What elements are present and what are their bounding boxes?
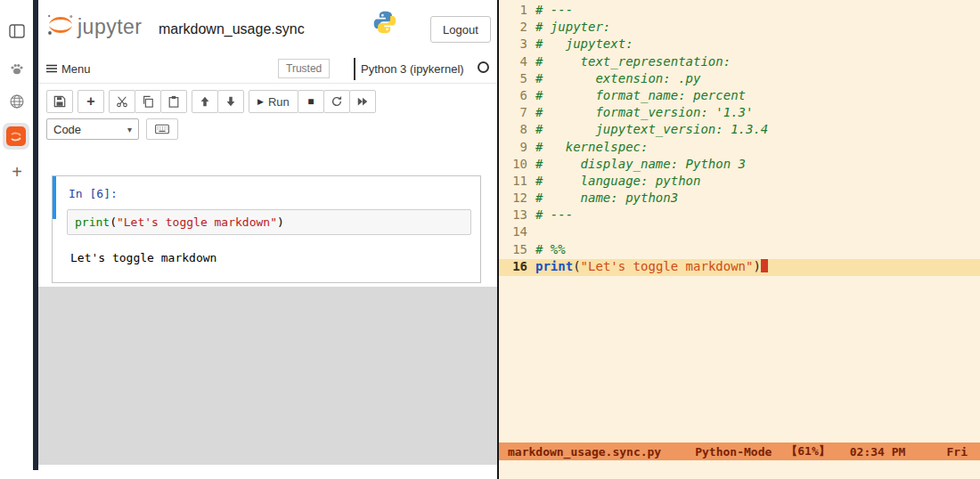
restart-icon: [331, 95, 343, 108]
editor-line[interactable]: 10# display_name: Python 3: [499, 157, 980, 174]
kernel-separator: [354, 58, 355, 80]
screen: 88 + jupyter markdown_usage.sy: [0, 0, 980, 479]
code-paren-open: (: [110, 215, 117, 229]
plus-icon: +: [86, 93, 94, 110]
paste-cell-button[interactable]: [160, 90, 187, 113]
code-string: "Let's toggle markdown": [117, 215, 277, 229]
modeline-day: Fri: [947, 445, 968, 459]
play-icon: ▶: [257, 97, 264, 106]
jupyter-logo-icon: [45, 12, 76, 41]
globe-icon[interactable]: [7, 92, 27, 111]
code-cell[interactable]: In [6]: print("Let's toggle markdown") L…: [52, 175, 481, 283]
keyboard-icon: [155, 124, 169, 134]
line-text: # kernelspec:: [535, 140, 648, 157]
sidebar-toggle-icon[interactable]: [7, 21, 27, 41]
editor-current-line[interactable]: 16print("Let's toggle markdown"): [499, 259, 980, 276]
active-tab-jupyter-icon[interactable]: [3, 123, 29, 150]
cell-type-select[interactable]: Code ▾: [46, 118, 139, 140]
modeline-filename: markdown_usage.sync.py: [508, 445, 661, 459]
line-number: 15: [499, 242, 527, 259]
editor-buffer[interactable]: 1# --- 2# jupyter: 3# jupytext: 4# text_…: [499, 3, 980, 276]
line-text: # text_representation:: [535, 54, 731, 71]
code-paren-open: (: [573, 259, 580, 276]
jupyter-logo-text: jupyter: [78, 15, 143, 39]
logout-button[interactable]: Logout: [430, 16, 491, 43]
editor-line[interactable]: 1# ---: [499, 3, 980, 20]
editor-line[interactable]: 8# jupytext_version: 1.3.4: [499, 122, 980, 139]
cell-input[interactable]: print("Let's toggle markdown"): [67, 209, 471, 235]
jupyter-pane: jupyter markdown_usage.sync Logout Menu …: [38, 0, 497, 479]
line-number: 4: [499, 54, 527, 71]
notebook-title[interactable]: markdown_usage.sync: [159, 21, 305, 37]
editor-line[interactable]: 14: [499, 224, 980, 241]
line-text: # %%: [535, 242, 566, 259]
cell-prompt: In [6]:: [69, 187, 471, 200]
editor-line[interactable]: 2# jupyter:: [499, 20, 980, 37]
move-cell-up-button[interactable]: [192, 90, 218, 113]
interrupt-kernel-button[interactable]: ■: [298, 90, 324, 113]
line-number: 11: [499, 174, 527, 191]
line-number: 7: [499, 105, 527, 122]
editor-line[interactable]: 12# name: python3: [499, 191, 980, 207]
clipboard-icon: [167, 95, 180, 108]
trusted-badge[interactable]: Trusted: [278, 59, 330, 78]
floppy-icon: [53, 95, 66, 108]
editor-line[interactable]: 13# ---: [499, 207, 980, 224]
editor-line[interactable]: 5# extension: .py: [499, 71, 980, 88]
restart-run-all-button[interactable]: [349, 90, 376, 113]
move-cell-down-button[interactable]: [217, 90, 244, 113]
code-paren-close: ): [753, 259, 760, 276]
menu-row: Menu Trusted Python 3 (ipykernel): [38, 55, 497, 84]
menu-label: Menu: [61, 62, 91, 76]
editor-line[interactable]: 7# format_version: '1.3': [499, 105, 980, 122]
notebook-toolbar: +: [46, 90, 376, 113]
run-button[interactable]: ▶ Run: [249, 90, 298, 113]
code-string: "Let's toggle markdown": [581, 259, 754, 276]
line-text: # name: python3: [535, 191, 678, 207]
save-button[interactable]: [46, 90, 73, 113]
line-number: 8: [499, 122, 527, 139]
modeline-mode: Python-Mode: [695, 445, 772, 459]
line-text: # display_name: Python 3: [535, 157, 746, 174]
kernel-status-icon: [478, 61, 489, 73]
line-number: 12: [499, 191, 527, 207]
toolbar-row-2: Code ▾: [46, 118, 178, 140]
line-number: 1: [499, 3, 527, 20]
line-number: 2: [499, 20, 527, 37]
editor-line[interactable]: 6# format_name: percent: [499, 88, 980, 105]
line-text: # jupyter:: [535, 20, 610, 37]
line-text: # ---: [535, 207, 573, 224]
cell-type-value: Code: [53, 123, 81, 136]
new-tab-button[interactable]: +: [7, 162, 27, 182]
menu-button[interactable]: Menu: [46, 62, 91, 76]
cell-output: Let's toggle markdown: [70, 251, 471, 264]
command-palette-button[interactable]: [146, 118, 178, 140]
editor-line[interactable]: 15# %%: [499, 242, 980, 259]
add-cell-button[interactable]: +: [78, 90, 104, 113]
code-keyword: print: [75, 215, 110, 229]
line-number: 9: [499, 140, 527, 157]
editor-line[interactable]: 9# kernelspec:: [499, 140, 980, 157]
emacs-modeline: markdown_usage.sync.py Python-Mode 【61%】…: [499, 442, 980, 460]
cut-cell-button[interactable]: [109, 90, 135, 113]
text-cursor: [761, 259, 768, 272]
stop-icon: ■: [307, 95, 314, 108]
run-label: Run: [268, 95, 290, 109]
restart-kernel-button[interactable]: [323, 90, 350, 113]
scissors-icon: [116, 95, 128, 108]
line-text: # format_name: percent: [535, 88, 746, 105]
copy-cell-button[interactable]: [135, 90, 161, 113]
editor-line[interactable]: 3# jupytext:: [499, 37, 980, 53]
fast-forward-icon: [356, 95, 369, 108]
paw-extension-icon[interactable]: [7, 59, 27, 78]
editor-line[interactable]: 4# text_representation:: [499, 54, 980, 71]
line-number: 3: [499, 37, 527, 53]
arrow-up-icon: [199, 95, 211, 108]
editor-line[interactable]: 11# language: python: [499, 174, 980, 191]
chevron-down-icon: ▾: [127, 125, 132, 134]
line-text: # language: python: [535, 174, 700, 191]
emacs-pane[interactable]: 1# --- 2# jupyter: 3# jupytext: 4# text_…: [497, 0, 980, 479]
line-text: # extension: .py: [535, 71, 700, 88]
line-text: # ---: [535, 3, 573, 20]
line-number: 10: [499, 157, 527, 174]
